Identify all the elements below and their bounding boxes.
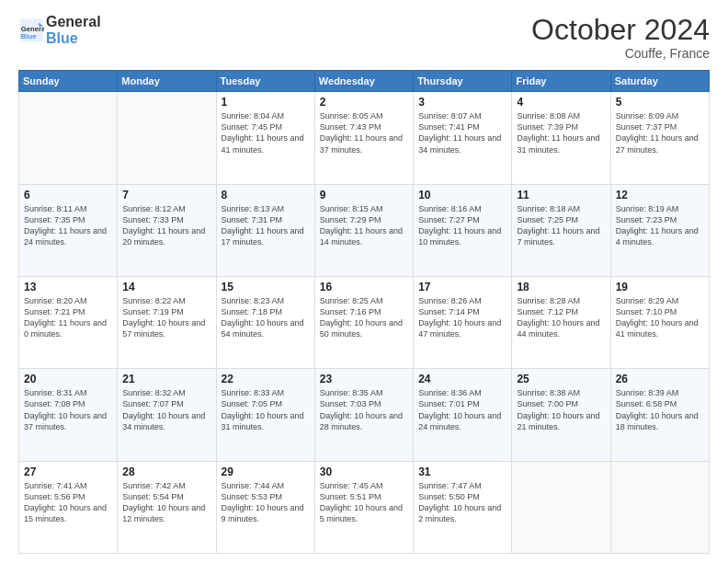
table-row: 26Sunrise: 8:39 AM Sunset: 6:58 PM Dayli… (610, 369, 709, 461)
day-info: Sunrise: 8:28 AM Sunset: 7:12 PM Dayligh… (517, 295, 605, 340)
table-row: 27Sunrise: 7:41 AM Sunset: 5:56 PM Dayli… (19, 461, 118, 553)
table-row: 9Sunrise: 8:15 AM Sunset: 7:29 PM Daylig… (314, 184, 413, 276)
header: General Blue General Blue October 2024 C… (18, 14, 710, 61)
day-info: Sunrise: 8:11 AM Sunset: 7:35 PM Dayligh… (24, 203, 112, 248)
svg-text:Blue: Blue (21, 32, 37, 40)
day-info: Sunrise: 8:18 AM Sunset: 7:25 PM Dayligh… (517, 203, 605, 248)
table-row: 8Sunrise: 8:13 AM Sunset: 7:31 PM Daylig… (216, 184, 314, 276)
day-info: Sunrise: 8:26 AM Sunset: 7:14 PM Dayligh… (418, 295, 506, 340)
logo: General Blue General Blue (18, 14, 101, 46)
day-info: Sunrise: 8:19 AM Sunset: 7:23 PM Dayligh… (616, 203, 704, 248)
day-info: Sunrise: 8:36 AM Sunset: 7:01 PM Dayligh… (418, 387, 506, 432)
table-row: 11Sunrise: 8:18 AM Sunset: 7:25 PM Dayli… (512, 184, 610, 276)
table-row: 3Sunrise: 8:07 AM Sunset: 7:41 PM Daylig… (414, 92, 512, 184)
table-row: 29Sunrise: 7:44 AM Sunset: 5:53 PM Dayli… (216, 461, 314, 553)
table-row: 7Sunrise: 8:12 AM Sunset: 7:33 PM Daylig… (118, 184, 216, 276)
table-row: 25Sunrise: 8:38 AM Sunset: 7:00 PM Dayli… (512, 369, 610, 461)
day-info: Sunrise: 8:33 AM Sunset: 7:05 PM Dayligh… (222, 387, 310, 432)
day-number: 31 (418, 465, 506, 478)
day-number: 18 (517, 281, 605, 293)
calendar-week-row: 13Sunrise: 8:20 AM Sunset: 7:21 PM Dayli… (19, 276, 710, 368)
day-number: 3 (418, 96, 506, 109)
day-number: 17 (418, 281, 506, 293)
table-row: 28Sunrise: 7:42 AM Sunset: 5:54 PM Dayli… (118, 461, 216, 553)
day-number: 9 (320, 189, 408, 201)
day-info: Sunrise: 8:25 AM Sunset: 7:16 PM Dayligh… (320, 295, 408, 340)
table-row (19, 92, 118, 184)
day-number: 15 (222, 281, 310, 293)
day-info: Sunrise: 8:29 AM Sunset: 7:10 PM Dayligh… (616, 295, 704, 340)
day-number: 29 (222, 465, 310, 478)
day-info: Sunrise: 8:38 AM Sunset: 7:00 PM Dayligh… (517, 387, 605, 432)
month-title: October 2024 (531, 14, 710, 46)
table-row (512, 461, 610, 553)
day-number: 16 (320, 281, 408, 293)
day-number: 1 (222, 96, 310, 109)
table-row: 12Sunrise: 8:19 AM Sunset: 7:23 PM Dayli… (610, 184, 709, 276)
day-info: Sunrise: 8:09 AM Sunset: 7:37 PM Dayligh… (616, 110, 704, 155)
table-row: 23Sunrise: 8:35 AM Sunset: 7:03 PM Dayli… (314, 369, 413, 461)
table-row: 4Sunrise: 8:08 AM Sunset: 7:39 PM Daylig… (512, 92, 610, 184)
table-row: 21Sunrise: 8:32 AM Sunset: 7:07 PM Dayli… (118, 369, 216, 461)
table-row (118, 92, 216, 184)
day-number: 6 (24, 189, 112, 201)
day-info: Sunrise: 8:22 AM Sunset: 7:19 PM Dayligh… (122, 295, 210, 340)
day-info: Sunrise: 7:44 AM Sunset: 5:53 PM Dayligh… (222, 480, 310, 525)
day-info: Sunrise: 7:47 AM Sunset: 5:50 PM Dayligh… (418, 480, 506, 525)
day-number: 2 (320, 96, 408, 109)
day-info: Sunrise: 8:20 AM Sunset: 7:21 PM Dayligh… (24, 295, 112, 340)
logo-general: General (46, 14, 101, 30)
col-friday: Friday (512, 71, 610, 92)
day-info: Sunrise: 8:07 AM Sunset: 7:41 PM Dayligh… (418, 110, 506, 155)
day-info: Sunrise: 7:42 AM Sunset: 5:54 PM Dayligh… (122, 480, 210, 525)
table-row: 19Sunrise: 8:29 AM Sunset: 7:10 PM Dayli… (610, 276, 709, 368)
table-row: 13Sunrise: 8:20 AM Sunset: 7:21 PM Dayli… (19, 276, 118, 368)
day-number: 20 (24, 373, 112, 385)
day-info: Sunrise: 8:13 AM Sunset: 7:31 PM Dayligh… (222, 203, 310, 248)
day-number: 30 (320, 465, 408, 478)
day-info: Sunrise: 8:08 AM Sunset: 7:39 PM Dayligh… (517, 110, 605, 155)
day-number: 8 (222, 189, 310, 201)
calendar-week-row: 1Sunrise: 8:04 AM Sunset: 7:45 PM Daylig… (19, 92, 710, 184)
table-row: 24Sunrise: 8:36 AM Sunset: 7:01 PM Dayli… (414, 369, 512, 461)
col-thursday: Thursday (414, 71, 512, 92)
day-number: 11 (517, 189, 605, 201)
table-row: 10Sunrise: 8:16 AM Sunset: 7:27 PM Dayli… (414, 184, 512, 276)
calendar-table: Sunday Monday Tuesday Wednesday Thursday… (18, 70, 710, 554)
table-row: 5Sunrise: 8:09 AM Sunset: 7:37 PM Daylig… (610, 92, 709, 184)
day-number: 4 (517, 96, 605, 109)
day-number: 22 (222, 373, 310, 385)
day-info: Sunrise: 7:41 AM Sunset: 5:56 PM Dayligh… (24, 480, 112, 525)
table-row: 6Sunrise: 8:11 AM Sunset: 7:35 PM Daylig… (19, 184, 118, 276)
location: Couffe, France (531, 46, 710, 61)
col-sunday: Sunday (19, 71, 118, 92)
calendar-header-row: Sunday Monday Tuesday Wednesday Thursday… (19, 71, 710, 92)
day-number: 14 (122, 281, 210, 293)
page: General Blue General Blue October 2024 C… (0, 0, 728, 563)
table-row: 30Sunrise: 7:45 AM Sunset: 5:51 PM Dayli… (314, 461, 413, 553)
day-number: 23 (320, 373, 408, 385)
day-info: Sunrise: 8:12 AM Sunset: 7:33 PM Dayligh… (122, 203, 210, 248)
day-number: 19 (616, 281, 704, 293)
day-info: Sunrise: 8:35 AM Sunset: 7:03 PM Dayligh… (320, 387, 408, 432)
day-info: Sunrise: 8:32 AM Sunset: 7:07 PM Dayligh… (122, 387, 210, 432)
table-row (610, 461, 709, 553)
table-row: 22Sunrise: 8:33 AM Sunset: 7:05 PM Dayli… (216, 369, 314, 461)
day-info: Sunrise: 8:05 AM Sunset: 7:43 PM Dayligh… (320, 110, 408, 155)
logo-icon: General Blue (18, 17, 44, 43)
col-monday: Monday (118, 71, 216, 92)
table-row: 14Sunrise: 8:22 AM Sunset: 7:19 PM Dayli… (118, 276, 216, 368)
day-number: 24 (418, 373, 506, 385)
day-info: Sunrise: 8:16 AM Sunset: 7:27 PM Dayligh… (418, 203, 506, 248)
day-info: Sunrise: 8:04 AM Sunset: 7:45 PM Dayligh… (222, 110, 310, 155)
day-number: 26 (616, 373, 704, 385)
day-info: Sunrise: 7:45 AM Sunset: 5:51 PM Dayligh… (320, 480, 408, 525)
table-row: 1Sunrise: 8:04 AM Sunset: 7:45 PM Daylig… (216, 92, 314, 184)
title-area: October 2024 Couffe, France (531, 14, 710, 61)
day-info: Sunrise: 8:31 AM Sunset: 7:08 PM Dayligh… (24, 387, 112, 432)
day-number: 13 (24, 281, 112, 293)
table-row: 17Sunrise: 8:26 AM Sunset: 7:14 PM Dayli… (414, 276, 512, 368)
table-row: 31Sunrise: 7:47 AM Sunset: 5:50 PM Dayli… (414, 461, 512, 553)
col-wednesday: Wednesday (314, 71, 413, 92)
table-row: 18Sunrise: 8:28 AM Sunset: 7:12 PM Dayli… (512, 276, 610, 368)
